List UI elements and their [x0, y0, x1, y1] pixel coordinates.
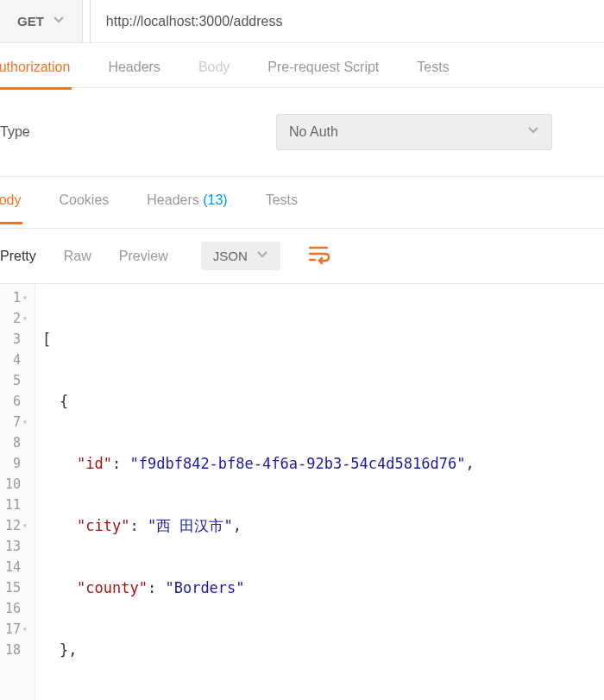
tab-body[interactable]: Body [197, 60, 231, 90]
auth-type-dropdown[interactable]: No Auth [276, 114, 552, 150]
fold-icon[interactable]: ▾ [22, 515, 28, 536]
code-content: [ { "id": "f9dbf842-bf8e-4f6a-92b3-54c4d… [35, 284, 481, 700]
resp-tab-body[interactable]: Body [0, 192, 22, 224]
chevron-down-icon [53, 14, 65, 28]
gutter-line: 12▾ [5, 515, 28, 536]
gutter-line: 2▾ [5, 308, 28, 329]
fold-icon[interactable]: ▾ [22, 287, 28, 308]
view-raw-button[interactable]: Raw [60, 243, 95, 269]
wrap-lines-button[interactable] [308, 245, 330, 268]
gutter-line: 16 [5, 598, 28, 619]
resp-tab-headers-count: (13) [203, 192, 227, 207]
gutter-line: 10 [5, 474, 28, 495]
gutter-line: 6 [5, 391, 28, 412]
gutter-line: 3 [5, 329, 28, 350]
url-input[interactable] [90, 0, 604, 42]
fold-icon[interactable]: ▾ [22, 619, 28, 640]
format-label: JSON [213, 249, 248, 263]
gutter-line: 4 [5, 350, 28, 370]
resp-tab-tests[interactable]: Tests [264, 192, 299, 224]
http-method-dropdown[interactable]: GET [0, 0, 83, 42]
gutter-line: 17▾ [5, 619, 28, 640]
gutter-line: 1▾ [5, 287, 28, 308]
chevron-down-icon [256, 249, 268, 263]
line-gutter: 1▾2▾34567▾89101112▾1314151617▾18 [0, 284, 35, 700]
gutter-line: 8 [5, 432, 28, 453]
view-pretty-button[interactable]: Pretty [0, 243, 40, 269]
resp-tab-headers[interactable]: Headers (13) [145, 192, 229, 224]
response-tabs: Body Cookies Headers (13) Tests [0, 177, 604, 229]
gutter-line: 13 [5, 536, 28, 557]
format-dropdown[interactable]: JSON [201, 242, 280, 270]
resp-tab-cookies[interactable]: Cookies [57, 192, 110, 224]
http-method-label: GET [17, 14, 44, 28]
response-body-viewer[interactable]: 1▾2▾34567▾89101112▾1314151617▾18 [ { "id… [0, 284, 604, 700]
fold-icon[interactable]: ▾ [22, 308, 28, 329]
gutter-line: 18 [5, 640, 28, 660]
auth-type-value: No Auth [289, 124, 338, 140]
chevron-down-icon [527, 124, 539, 140]
tab-prerequest[interactable]: Pre-request Script [266, 60, 381, 90]
gutter-line: 5 [5, 370, 28, 391]
resp-tab-headers-label: Headers [147, 192, 198, 207]
gutter-line: 11 [5, 495, 28, 515]
request-tabs: Authorization Headers Body Pre-request S… [0, 43, 604, 88]
gutter-line: 7▾ [5, 412, 28, 432]
tab-authorization[interactable]: Authorization [0, 60, 72, 90]
tab-headers[interactable]: Headers [106, 60, 161, 90]
body-toolbar: Pretty Raw Preview JSON [0, 229, 604, 284]
tab-tests[interactable]: Tests [415, 60, 450, 90]
gutter-line: 9 [5, 453, 28, 474]
auth-type-label: Type [0, 124, 276, 140]
gutter-line: 14 [5, 557, 28, 577]
fold-icon[interactable]: ▾ [22, 412, 28, 432]
gutter-line: 15 [5, 577, 28, 598]
view-preview-button[interactable]: Preview [116, 243, 172, 269]
